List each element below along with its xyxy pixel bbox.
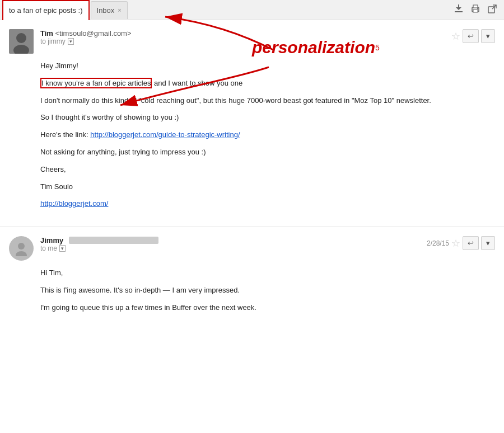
- signature-name: Tim Soulo: [40, 181, 495, 193]
- line1-2: Hi Tim,: [40, 267, 495, 279]
- line4-prefix: Here's the link:: [40, 130, 90, 139]
- svg-rect-5: [473, 10, 478, 12]
- email-actions-1: ☆ ↩ ▾: [451, 29, 495, 43]
- line5-1: Not asking for anything, just trying to …: [40, 147, 495, 158]
- popout-icon[interactable]: [486, 3, 498, 15]
- reply-button-2[interactable]: ↩: [463, 236, 479, 250]
- email-date-2: 2/28/15: [427, 239, 449, 247]
- svg-point-13: [16, 251, 27, 256]
- sender-name-2: Jimmy: [40, 236, 63, 244]
- line2-2: This is f'ing awesome. It's so in-depth …: [40, 285, 495, 296]
- sender-info-2: Jimmy to me ▾: [40, 236, 427, 252]
- avatar-tim: [9, 29, 34, 54]
- svg-rect-4: [473, 5, 478, 8]
- svg-rect-2: [458, 4, 459, 8]
- sender-info-1: Tim <timsoulo@gmail.com> to jimmy ▾: [40, 29, 451, 45]
- line1-rest: and I want to show you one: [152, 79, 242, 87]
- svg-point-12: [18, 243, 25, 250]
- tab-subject-label: to a fan of epic posts :): [9, 6, 83, 15]
- greeting-1: Hey Jimmy!: [40, 60, 495, 72]
- line4-1: Here's the link: http://bloggerjet.com/g…: [40, 129, 495, 141]
- to-label-1: to jimmy: [40, 37, 66, 45]
- email-message-2: Jimmy to me ▾ 2/28/15 ☆ ↩ ▾ Hi Tim,: [0, 227, 504, 330]
- email-message-1: Tim <timsoulo@gmail.com> to jimmy ▾ ☆ ↩ …: [0, 20, 504, 227]
- signature-link[interactable]: http://bloggerjet.com/: [40, 199, 108, 208]
- tab-inbox-label: Inbox: [97, 6, 115, 15]
- star-icon-1[interactable]: ☆: [451, 30, 460, 43]
- line3-1: So I thought it's worthy of showing to y…: [40, 112, 495, 124]
- gmail-window: to a fan of epic posts :) Inbox ×: [0, 0, 504, 433]
- svg-point-6: [477, 8, 478, 10]
- to-dropdown-1[interactable]: ▾: [68, 38, 74, 45]
- tab-subject[interactable]: to a fan of epic posts :): [2, 0, 90, 20]
- thread-area: Tim <timsoulo@gmail.com> to jimmy ▾ ☆ ↩ …: [0, 20, 504, 331]
- article-link[interactable]: http://bloggerjet.com/guide-to-strategic…: [90, 130, 240, 139]
- more-button-2[interactable]: ▾: [481, 236, 495, 250]
- sender-email-1: <timsoulo@gmail.com>: [55, 29, 132, 37]
- to-dropdown-2[interactable]: ▾: [59, 245, 66, 252]
- line3-2: I'm going to queue this up a few times i…: [40, 302, 495, 314]
- tab-inbox[interactable]: Inbox ×: [91, 1, 128, 19]
- email-body-1: Hey Jimmy! I know you're a fan of epic a…: [9, 60, 495, 210]
- email-actions-2: 2/28/15 ☆ ↩ ▾: [427, 236, 495, 250]
- blurred-email: [69, 237, 158, 244]
- highlighted-span: I know you're a fan of epic articles: [40, 78, 152, 88]
- email-body-2: Hi Tim, This is f'ing awesome. It's so i…: [9, 267, 495, 313]
- download-icon[interactable]: [452, 3, 465, 15]
- email-header-1: Tim <timsoulo@gmail.com> to jimmy ▾ ☆ ↩ …: [9, 29, 495, 54]
- print-icon[interactable]: [469, 3, 482, 15]
- tab-bar: to a fan of epic posts :) Inbox ×: [0, 0, 504, 20]
- email-header-2: Jimmy to me ▾ 2/28/15 ☆ ↩ ▾: [9, 236, 495, 261]
- more-button-1[interactable]: ▾: [481, 29, 495, 43]
- to-label-2: to me: [40, 244, 57, 252]
- reply-button-1[interactable]: ↩: [463, 29, 479, 43]
- sender-name-1: Tim: [40, 29, 53, 37]
- toolbar-icons: [452, 3, 498, 15]
- line2-1: I don't normally do this kind of "cold r…: [40, 95, 495, 107]
- star-icon-2[interactable]: ☆: [451, 237, 460, 250]
- line6-1: Cheers,: [40, 164, 495, 176]
- avatar-jimmy: [9, 236, 34, 261]
- sender-to-1: to jimmy ▾: [40, 37, 451, 45]
- sender-to-2: to me ▾: [40, 244, 427, 252]
- svg-rect-0: [455, 11, 463, 12]
- line1-1: I know you're a fan of epic articles and…: [40, 78, 495, 90]
- svg-point-10: [16, 33, 26, 43]
- tab-close-button[interactable]: ×: [118, 7, 121, 13]
